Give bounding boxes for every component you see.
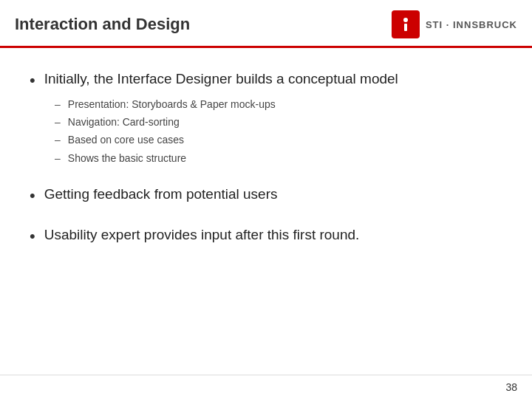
- sub-dash-1-2: –: [55, 114, 61, 130]
- logo-text: STI · INNSBRUCK: [426, 19, 517, 30]
- bullet-item-3: • Usability expert provides input after …: [30, 226, 502, 248]
- bullet-text-3: Usability expert provides input after th…: [44, 226, 360, 245]
- sub-bullets-1: – Presentation: Storyboards & Paper mock…: [30, 96, 502, 167]
- slide-footer: 38: [0, 375, 532, 399]
- sub-text-1-3: Based on core use cases: [68, 132, 184, 148]
- bullet-text-2: Getting feedback from potential users: [44, 185, 278, 204]
- bullet-text-1: Initially, the Interface Designer builds…: [44, 70, 398, 89]
- sub-dash-1-1: –: [55, 96, 61, 112]
- bullet-item-2: • Getting feedback from potential users: [30, 185, 502, 207]
- sub-dash-1-4: –: [55, 150, 61, 166]
- sub-bullet-1-2: – Navigation: Card-sorting: [55, 114, 502, 130]
- svg-rect-1: [404, 24, 407, 31]
- slide-content: • Initially, the Interface Designer buil…: [0, 48, 532, 375]
- sub-bullet-1-4: – Shows the basic structure: [55, 150, 502, 166]
- slide: Interaction and Design STI · INNSBRUCK •…: [0, 0, 532, 399]
- sub-bullet-1-1: – Presentation: Storyboards & Paper mock…: [55, 96, 502, 112]
- bullet-dot-3: •: [30, 226, 35, 248]
- bullet-dot-2: •: [30, 185, 35, 207]
- slide-title: Interaction and Design: [15, 15, 190, 34]
- sub-text-1-4: Shows the basic structure: [68, 150, 186, 166]
- sub-dash-1-3: –: [55, 132, 61, 148]
- sti-logo-icon: [392, 10, 420, 38]
- bullet-dot-1: •: [30, 70, 35, 92]
- slide-header: Interaction and Design STI · INNSBRUCK: [0, 0, 532, 48]
- logo-area: STI · INNSBRUCK: [392, 10, 517, 38]
- sub-text-1-1: Presentation: Storyboards & Paper mock-u…: [68, 96, 276, 112]
- bullet-main-3: • Usability expert provides input after …: [30, 226, 502, 248]
- sub-bullet-1-3: – Based on core use cases: [55, 132, 502, 148]
- svg-point-0: [403, 18, 408, 22]
- bullet-item-1: • Initially, the Interface Designer buil…: [30, 70, 502, 166]
- bullet-main-1: • Initially, the Interface Designer buil…: [30, 70, 502, 92]
- sub-text-1-2: Navigation: Card-sorting: [68, 114, 180, 130]
- sti-logo-svg: [397, 16, 415, 33]
- bullet-main-2: • Getting feedback from potential users: [30, 185, 502, 207]
- page-number: 38: [505, 381, 517, 393]
